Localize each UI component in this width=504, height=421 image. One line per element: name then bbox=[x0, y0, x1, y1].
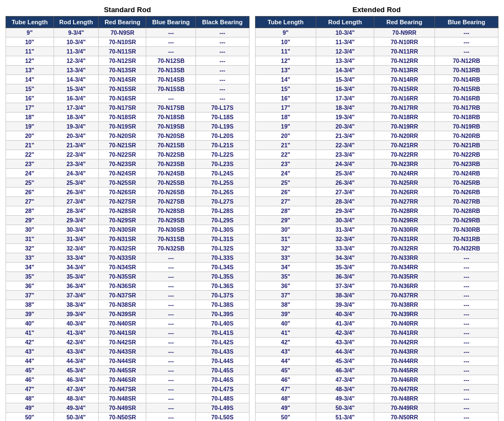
table-cell: 70-L29S bbox=[196, 216, 249, 225]
table-row: 37"38-3/4"70-N37RR--- bbox=[255, 291, 498, 300]
table-cell: --- bbox=[196, 75, 249, 84]
table-cell: 15-3/4" bbox=[316, 75, 374, 84]
table-cell: 23-3/4" bbox=[316, 150, 374, 159]
table-cell: 70-N42RR bbox=[374, 338, 434, 347]
table-cell: 70-N31RB bbox=[435, 235, 498, 244]
table-row: 25"26-3/4"70-N25RR70-N25RB bbox=[255, 178, 498, 188]
table-row: 16"17-3/4"70-N16RR70-N16RB bbox=[255, 94, 498, 103]
table-cell: 33" bbox=[255, 253, 316, 263]
table-cell: 20-3/4" bbox=[316, 122, 374, 131]
table-cell: 19" bbox=[6, 122, 54, 131]
table-cell: 70-N38SR bbox=[99, 300, 146, 310]
table-row: 49"50-3/4"70-N49RR--- bbox=[255, 403, 498, 413]
table-cell: 70-N16RR bbox=[374, 94, 434, 103]
table-row: 28"29-3/4"70-N28RR70-N28RB bbox=[255, 206, 498, 216]
table-row: 24"24-3/4"70-N24SR70-N24SB70-L24S bbox=[6, 169, 250, 178]
table-row: 15"15-3/4"70-N15SR70-N15SB--- bbox=[6, 84, 250, 94]
table-cell: 11-3/4" bbox=[54, 47, 99, 56]
table-cell: 70-N49SR bbox=[99, 403, 146, 413]
table-cell: 18" bbox=[255, 113, 316, 122]
table-cell: 24-3/4" bbox=[316, 159, 374, 169]
table-cell: 35" bbox=[255, 272, 316, 281]
table-cell: 38-3/4" bbox=[316, 291, 374, 300]
table-cell: 70-N24RR bbox=[374, 169, 434, 178]
standard-rod-header-row: Tube Length Rod Length Red Bearing Blue … bbox=[6, 17, 250, 28]
table-cell: 11-3/4" bbox=[316, 38, 374, 47]
table-cell: --- bbox=[196, 28, 249, 38]
table-cell: 37-3/4" bbox=[54, 291, 99, 300]
table-cell: 70-N12RR bbox=[374, 56, 434, 66]
table-row: 21"21-3/4"70-N21SR70-N21SB70-L21S bbox=[6, 141, 250, 150]
table-cell: 43-3/4" bbox=[316, 338, 374, 347]
table-cell: --- bbox=[146, 310, 196, 319]
table-row: 22"22-3/4"70-N22SR70-N22SB70-L22S bbox=[6, 150, 250, 159]
table-cell: 25-3/4" bbox=[316, 169, 374, 178]
table-cell: 70-N17SB bbox=[146, 103, 196, 113]
table-cell: 48" bbox=[6, 394, 54, 403]
table-cell: --- bbox=[435, 38, 498, 47]
table-cell: 70-N23SR bbox=[99, 159, 146, 169]
table-row: 13"13-3/4"70-N13SR70-N13SB--- bbox=[6, 66, 250, 75]
table-cell: 70-N14SR bbox=[99, 75, 146, 84]
table-cell: 18-3/4" bbox=[54, 113, 99, 122]
table-cell: 70-L34S bbox=[196, 263, 249, 272]
table-cell: 17" bbox=[6, 103, 54, 113]
table-row: 24"25-3/4"70-N24RR70-N24RB bbox=[255, 169, 498, 178]
table-row: 34"35-3/4"70-N34RR--- bbox=[255, 263, 498, 272]
table-cell: 29" bbox=[6, 216, 54, 225]
table-cell: 70-N16RB bbox=[435, 94, 498, 103]
table-cell: 70-N50RR bbox=[374, 413, 434, 422]
table-cell: 50" bbox=[6, 413, 54, 422]
table-cell: 70-N35SR bbox=[99, 272, 146, 281]
table-cell: 70-N19SR bbox=[99, 122, 146, 131]
table-cell: 70-L39S bbox=[196, 310, 249, 319]
table-cell: 44-3/4" bbox=[54, 356, 99, 366]
table-row: 45"46-3/4"70-N45RR--- bbox=[255, 366, 498, 375]
table-cell: 24" bbox=[6, 169, 54, 178]
table-cell: 70-L31S bbox=[196, 235, 249, 244]
table-cell: 70-N15RB bbox=[435, 84, 498, 94]
table-cell: 70-N18RR bbox=[374, 113, 434, 122]
table-cell: 15" bbox=[255, 84, 316, 94]
table-cell: 46-3/4" bbox=[316, 366, 374, 375]
table-cell: 70-N50SR bbox=[99, 413, 146, 422]
table-cell: 70-N31RR bbox=[374, 235, 434, 244]
table-cell: 70-N17RR bbox=[374, 103, 434, 113]
table-cell: 70-L48S bbox=[196, 394, 249, 403]
table-cell: 35-3/4" bbox=[54, 272, 99, 281]
table-cell: --- bbox=[196, 56, 249, 66]
table-row: 47"48-3/4"70-N47RR--- bbox=[255, 385, 498, 394]
table-cell: --- bbox=[435, 300, 498, 310]
table-cell: --- bbox=[146, 403, 196, 413]
table-cell: 70-L19S bbox=[196, 122, 249, 131]
std-header-rod-length: Rod Length bbox=[54, 17, 99, 28]
table-cell: 70-N24SR bbox=[99, 169, 146, 178]
table-cell: 70-N20RR bbox=[374, 131, 434, 141]
table-cell: 70-N15SR bbox=[99, 84, 146, 94]
table-cell: --- bbox=[146, 338, 196, 347]
table-cell: --- bbox=[435, 366, 498, 375]
table-cell: 70-N47RR bbox=[374, 385, 434, 394]
table-cell: 70-N39RR bbox=[374, 310, 434, 319]
table-cell: 14-3/4" bbox=[316, 66, 374, 75]
table-cell: 70-N12RB bbox=[435, 56, 498, 66]
table-cell: 70-N32RB bbox=[435, 244, 498, 253]
table-cell: 35-3/4" bbox=[316, 263, 374, 272]
table-cell: 70-N24RB bbox=[435, 169, 498, 178]
table-row: 19"19-3/4"70-N19SR70-N19SB70-L19S bbox=[6, 122, 250, 131]
table-cell: 26" bbox=[255, 188, 316, 197]
table-cell: 70-N40RR bbox=[374, 319, 434, 328]
table-cell: --- bbox=[435, 319, 498, 328]
page-wrapper: Standard Rod Tube Length Rod Length Red … bbox=[6, 6, 498, 421]
table-cell: 19-3/4" bbox=[54, 122, 99, 131]
ext-header-rod-length: Rod Length bbox=[316, 17, 374, 28]
table-cell: 11" bbox=[6, 47, 54, 56]
table-cell: 32" bbox=[6, 244, 54, 253]
table-row: 42"42-3/4"70-N42SR---70-L42S bbox=[6, 338, 250, 347]
table-cell: 70-N19RR bbox=[374, 122, 434, 131]
table-cell: 70-N30SB bbox=[146, 225, 196, 235]
table-row: 29"29-3/4"70-N29SR70-N29SB70-L29S bbox=[6, 216, 250, 225]
table-cell: 70-N31SR bbox=[99, 235, 146, 244]
table-cell: 70-N37RR bbox=[374, 291, 434, 300]
table-row: 15"16-3/4"70-N15RR70-N15RB bbox=[255, 84, 498, 94]
